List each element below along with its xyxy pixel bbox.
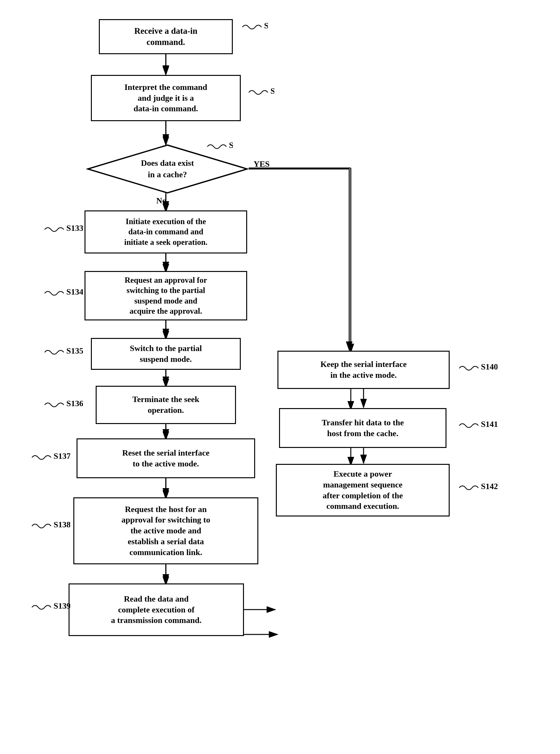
step-label-s142: S142 bbox=[456, 482, 498, 496]
box-s133-label: Initiate execution of the data-in comman… bbox=[124, 217, 207, 248]
step-label-s137: S137 bbox=[29, 451, 70, 466]
step-label-s138: S138 bbox=[29, 520, 70, 535]
yes-label: YES bbox=[254, 159, 270, 169]
box-s141-label: Transfer hit data to the host from the c… bbox=[322, 417, 404, 439]
svg-text:S133: S133 bbox=[66, 224, 83, 233]
box-s140-label: Keep the serial interface in the active … bbox=[320, 359, 407, 381]
step-label-s131: S131 bbox=[245, 86, 274, 101]
svg-text:S131: S131 bbox=[271, 86, 274, 96]
box-s139: Read the data and complete execution of … bbox=[68, 584, 244, 636]
box-s142-label: Execute a power management sequence afte… bbox=[323, 469, 403, 512]
svg-text:S139: S139 bbox=[54, 601, 70, 611]
svg-text:S134: S134 bbox=[66, 287, 83, 297]
box-s140: Keep the serial interface in the active … bbox=[277, 351, 449, 389]
step-label-s141: S141 bbox=[456, 419, 498, 434]
box-s135: Switch to the partial suspend mode. bbox=[91, 338, 241, 370]
svg-text:S137: S137 bbox=[54, 451, 70, 461]
svg-text:S142: S142 bbox=[481, 482, 498, 491]
diamond-s132-label: Does data existin a cache? bbox=[141, 158, 194, 181]
step-label-s134: S134 bbox=[41, 287, 83, 302]
svg-text:S141: S141 bbox=[481, 420, 498, 429]
box-s131-label: Interpret the command and judge it is a … bbox=[124, 82, 207, 114]
step-label-s130: S130 bbox=[239, 21, 268, 36]
box-s133: Initiate execution of the data-in comman… bbox=[84, 210, 247, 253]
svg-text:S136: S136 bbox=[66, 399, 83, 408]
box-s134: Request an approval for switching to the… bbox=[84, 271, 247, 321]
box-s131: Interpret the command and judge it is a … bbox=[91, 75, 241, 121]
step-label-s136: S136 bbox=[41, 399, 83, 413]
box-s139-label: Read the data and complete execution of … bbox=[111, 594, 202, 626]
svg-text:S132: S132 bbox=[229, 141, 233, 150]
box-s137: Reset the serial interface to the active… bbox=[77, 439, 255, 478]
step-label-s140: S140 bbox=[456, 362, 498, 377]
box-s130: Receive a data-in command. bbox=[99, 19, 233, 54]
branch-no: No bbox=[156, 196, 166, 206]
step-label-s135: S135 bbox=[41, 346, 83, 361]
box-s137-label: Reset the serial interface to the active… bbox=[122, 448, 209, 469]
step-label-s139: S139 bbox=[29, 601, 70, 616]
box-s138: Request the host for an approval for swi… bbox=[73, 497, 258, 564]
box-s136: Terminate the seek operation. bbox=[96, 386, 236, 424]
box-s136-label: Terminate the seek operation. bbox=[132, 394, 199, 416]
box-s138-label: Request the host for an approval for swi… bbox=[121, 504, 211, 558]
box-s134-label: Request an approval for switching to the… bbox=[125, 275, 207, 317]
svg-text:S130: S130 bbox=[264, 21, 268, 30]
box-s142: Execute a power management sequence afte… bbox=[276, 464, 449, 516]
flowchart: Receive a data-in command. S130 Interpre… bbox=[0, 0, 560, 754]
box-s130-label: Receive a data-in command. bbox=[134, 25, 197, 48]
branch-yes: YES bbox=[254, 159, 270, 169]
svg-text:S138: S138 bbox=[54, 520, 70, 529]
box-s135-label: Switch to the partial suspend mode. bbox=[130, 343, 202, 365]
box-s141: Transfer hit data to the host from the c… bbox=[279, 408, 446, 448]
no-label: No bbox=[156, 196, 166, 205]
step-label-s133: S133 bbox=[41, 223, 83, 238]
svg-text:S140: S140 bbox=[481, 362, 498, 371]
svg-text:S135: S135 bbox=[66, 346, 83, 355]
step-label-s132: S132 bbox=[204, 140, 233, 155]
